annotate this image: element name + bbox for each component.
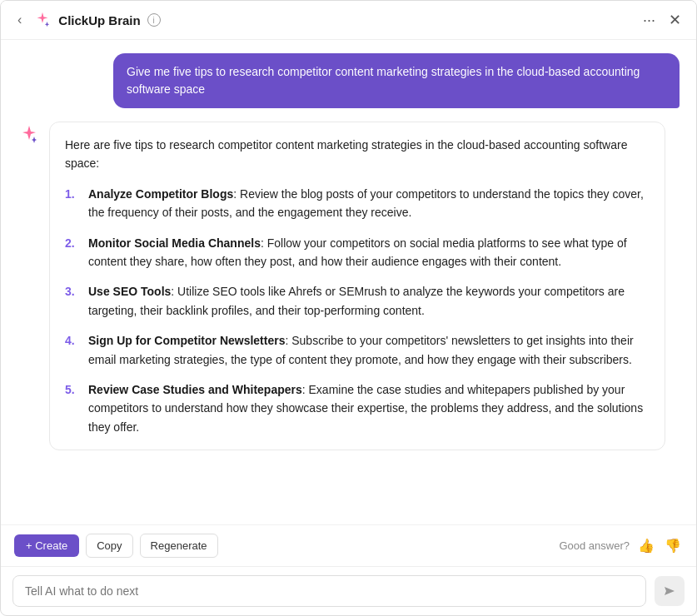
good-answer-label: Good answer?	[559, 539, 630, 552]
tip-number: 4.	[65, 331, 82, 350]
info-icon[interactable]: i	[147, 13, 161, 27]
tip-title: Monitor Social Media Channels	[88, 236, 261, 250]
tip-number: 1.	[65, 185, 82, 203]
create-button[interactable]: + Create	[14, 534, 79, 557]
tip-title: Analyze Competitor Blogs	[88, 187, 233, 201]
send-button[interactable]	[655, 576, 685, 606]
tip-title: Use SEO Tools	[88, 285, 171, 298]
copy-button[interactable]: Copy	[86, 534, 132, 558]
user-message: Give me five tips to research competitor…	[113, 53, 680, 108]
action-bar: + Create Copy Regenerate Good answer? 👍 …	[1, 524, 696, 566]
header: ‹ ClickUp Brain i ··· ✕	[1, 1, 696, 40]
header-right: ··· ✕	[640, 9, 685, 31]
thumbs-up-button[interactable]: 👍	[636, 536, 656, 555]
list-item: 4.Sign Up for Competitor Newsletters: Su…	[65, 331, 650, 369]
close-button[interactable]: ✕	[665, 9, 685, 31]
tip-content: Use SEO Tools: Utilize SEO tools like Ah…	[88, 282, 650, 320]
ai-bubble: Here are five tips to research competito…	[49, 122, 665, 450]
tip-number: 3.	[65, 282, 82, 301]
chat-area: Give me five tips to research competitor…	[1, 40, 696, 524]
send-icon	[662, 584, 677, 599]
ai-response: Here are five tips to research competito…	[17, 122, 680, 450]
tips-list: 1.Analyze Competitor Blogs: Review the b…	[65, 185, 650, 436]
ai-intro: Here are five tips to research competito…	[65, 136, 650, 173]
tip-number: 5.	[65, 380, 82, 399]
back-button[interactable]: ‹	[12, 11, 27, 29]
header-left: ‹ ClickUp Brain i	[12, 11, 640, 29]
tip-content: Analyze Competitor Blogs: Review the blo…	[88, 185, 650, 222]
list-item: 3.Use SEO Tools: Utilize SEO tools like …	[65, 282, 650, 320]
tip-content: Sign Up for Competitor Newsletters: Subs…	[88, 331, 650, 369]
thumbs-down-button[interactable]: 👎	[663, 536, 683, 555]
regenerate-button[interactable]: Regenerate	[140, 534, 218, 558]
tip-title: Sign Up for Competitor Newsletters	[88, 334, 285, 347]
brain-icon	[33, 11, 52, 29]
tip-content: Monitor Social Media Channels: Follow yo…	[88, 234, 650, 271]
app-title: ClickUp Brain	[58, 13, 140, 27]
list-item: 1.Analyze Competitor Blogs: Review the b…	[65, 185, 650, 222]
ai-avatar	[17, 123, 41, 147]
tip-content: Review Case Studies and Whitepapers: Exa…	[88, 380, 650, 436]
tip-number: 2.	[65, 234, 82, 252]
more-button[interactable]: ···	[640, 10, 659, 31]
list-item: 5.Review Case Studies and Whitepapers: E…	[65, 380, 650, 436]
input-area	[1, 566, 696, 615]
list-item: 2.Monitor Social Media Channels: Follow …	[65, 234, 650, 271]
good-answer-section: Good answer? 👍 👎	[559, 536, 683, 555]
chat-input[interactable]	[12, 575, 646, 607]
tip-title: Review Case Studies and Whitepapers	[88, 383, 302, 396]
